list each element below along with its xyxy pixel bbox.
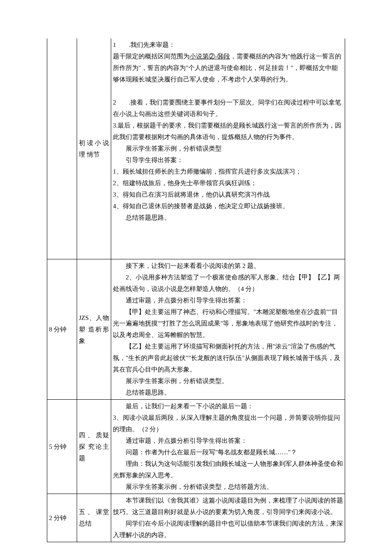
table-row: 2 分钟 五 、 课堂总结 本节课我们以《舍我其谁》这篇小说阅读题目为例，来梳理… <box>47 494 345 542</box>
content-cell: 1 .我们先来审题： 题干限定的概括区间范围为小说第②-⑭段，需要概括的内容为"… <box>111 38 345 259</box>
content-line: 问题：作者为什么在最后一段写"每名战友都是顾长城……"？ <box>113 447 343 458</box>
content-cell: 接下来，让我们一起来看看小说阅读的第 2 题。 2、小说用多种方法塑造了一个极富… <box>111 259 345 400</box>
content-line: 总结答题思路。 <box>113 212 343 224</box>
content-line: 3、阅读小说最后两段，从深入理解主题的角度提出一个问题，并简要说明你提问的理由。… <box>113 412 343 435</box>
content-line: 3、得知自己在演习后就将退休，他仍认真研究演习作战 <box>113 189 343 200</box>
table-row: 8 分钟 JZS、人物 塑 造析形象 接下来，让我们一起来看看小说阅读的第 2 … <box>47 259 345 400</box>
content-line: 【甲】处主要运用了神态、行动和心理描写。"木雕泥塑般地坐在沙盘前""目光一遍遍地… <box>113 306 343 341</box>
content-line: 通过审题，并点拨分析引导学生得出答案： <box>113 435 343 447</box>
content-line: 本节课我们以《舍我其谁》这篇小说阅读题目为例，来梳理了小说阅读的答题技巧。这三道… <box>113 495 343 518</box>
content-line: 2、组建特战旅后，他身先士卒带领官兵疯狂训练； <box>113 177 343 189</box>
content-line: 接下来，让我们一起来看看小说阅读的第 2 题。 <box>113 260 343 272</box>
time-cell: 8 分钟 <box>47 259 77 400</box>
content-line: 1、顾长城担任师长的主力师撤编前，指挥官兵进行多次实战演习； <box>113 166 343 177</box>
content-cell: 最后，让我们一起来看一下小说的最后一题： 3、阅读小说最后两段，从深入理解主题的… <box>111 400 345 494</box>
content-line: 2 .接着，我们需要围绕主要事件划分一下层次。同学们在阅读过程中可以拿笔在小说上… <box>113 97 343 120</box>
table-row: 初读小说 理 情节 1 .我们先来审题： 题干限定的概括区间范围为小说第②-⑭段… <box>47 38 345 259</box>
content-text: 题干限定的概括区间范围为 <box>113 53 190 60</box>
content-line: 总结答题思路。 <box>113 387 343 398</box>
time-cell: 5 分钟 <box>47 400 77 494</box>
content-line: 理由：我认为这句话能引发我们由顾长城这一人物形象到军人群体神圣使命和光辉形象的深… <box>113 458 343 481</box>
label-cell: 四 、 质疑 探 究论主题 <box>77 400 111 494</box>
time-cell <box>47 38 77 259</box>
time-cell: 2 分钟 <box>47 494 77 542</box>
content-line: 1 .我们先来审题： <box>113 39 343 51</box>
content-line: 展示学生答案示例，分析错误类型 <box>113 143 343 154</box>
content-line: 2、小说用多种方法塑造了一个极富使命感的军人形象。结合【甲】【乙】两处画线语句，… <box>113 272 343 295</box>
content-line: 3.最后，根据题干的要求，我们需要概括的是顾长城践行这一誓言的所作所为，因此我们… <box>113 120 343 143</box>
table-row: 5 分钟 四 、 质疑 探 究论主题 最后，让我们一起来看一下小说的最后一题： … <box>47 400 345 494</box>
label-cell: JZS、人物 塑 造析形象 <box>77 259 111 400</box>
content-line: 最后，让我们一起来看一下小说的最后一题： <box>113 401 343 412</box>
content-line: 展示学生答案示例，分析错误类型。 <box>113 375 343 387</box>
content-line: 题干限定的概括区间范围为小说第②-⑭段，需要概括的内容为"他践行这一誓言的所作所… <box>113 51 343 85</box>
content-cell: 本节课我们以《舍我其谁》这篇小说阅读题目为例，来梳理了小说阅读的答题技巧。这三道… <box>111 494 345 542</box>
label-cell: 初读小说 理 情节 <box>77 38 111 259</box>
content-line: 【乙】处主要运用了环境描写和侧面衬托的方法，用"浓云"渲染了伤感的气氛，"生长的… <box>113 341 343 375</box>
lesson-plan-table: 初读小说 理 情节 1 .我们先来审题： 题干限定的概括区间范围为小说第②-⑭段… <box>47 38 345 542</box>
content-line: 通过审题，并点拨分析引导学生得出答案： <box>113 295 343 306</box>
content-line: 4、得知自己退休后的接替者是战扬，他决定立即让战扬接班。 <box>113 200 343 212</box>
content-line: 同学们在今后小说阅读理解的题目中也可以借助本节课我们阅读的方法，来深入理解小说的… <box>113 518 343 541</box>
label-cell: 五 、 课堂总结 <box>77 494 111 542</box>
underlined-text: 小说第②-⑭段 <box>190 53 230 60</box>
content-line: 展示学生答案示例，分析错误类型，总结答题方法。 <box>113 481 343 493</box>
content-line: 引导学生得出答案： <box>113 154 343 166</box>
